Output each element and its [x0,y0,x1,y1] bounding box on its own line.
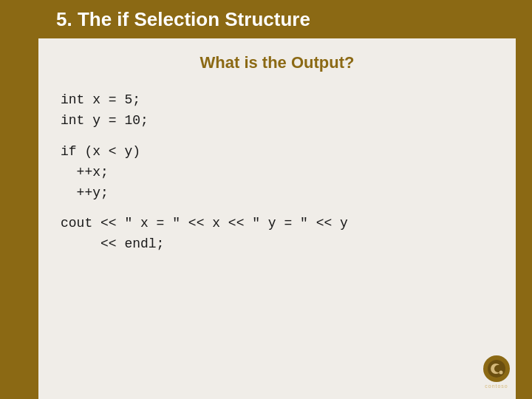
code-line-1: int x = 5; [61,90,494,111]
code-spacer-1 [61,132,494,142]
logo-text: contoso [485,383,508,389]
code-line-5: ++y; [61,183,494,204]
slide-subtitle: What is the Output? [61,53,494,72]
svg-point-0 [488,360,505,378]
code-line-4: ++x; [61,163,494,183]
header-bar: 5. The if Selection Structure [38,0,516,38]
code-line-6: cout << " x = " << x << " y = " << y [61,214,494,234]
right-accent-bar [516,0,532,399]
code-line-7: << endl; [61,234,494,255]
code-line-2: int y = 10; [61,111,494,132]
logo-area: contoso [483,355,510,389]
left-accent-bar [0,0,38,399]
main-content: What is the Output? int x = 5; int y = 1… [38,38,516,399]
contoso-logo-icon [486,358,507,379]
slide-title: 5. The if Selection Structure [56,8,310,31]
code-spacer-2 [61,203,494,214]
logo-circle [483,355,510,382]
code-line-3: if (x < y) [61,142,494,163]
code-block: int x = 5; int y = 10; if (x < y) ++x; +… [61,90,494,255]
svg-point-1 [499,371,503,375]
